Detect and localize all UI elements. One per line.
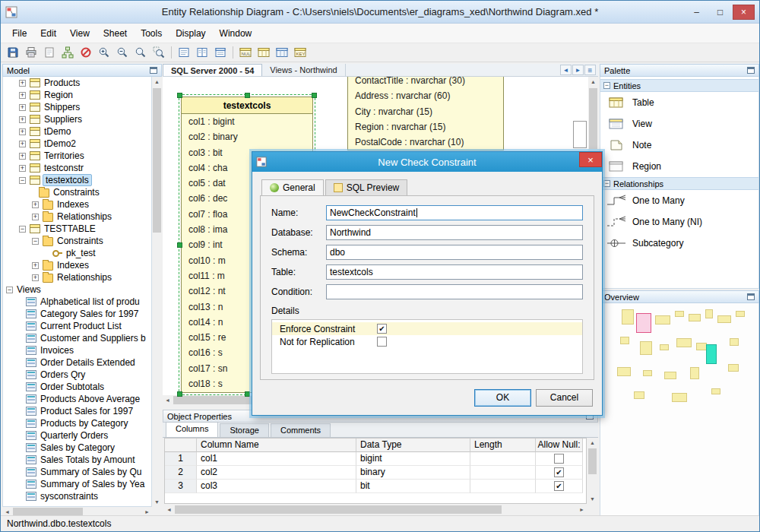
expand-icon[interactable]: +	[19, 104, 26, 111]
resize-handle[interactable]	[177, 242, 182, 248]
dialog-titlebar[interactable]: New Check Constraint	[252, 152, 602, 172]
scroll-thumb[interactable]	[153, 88, 161, 233]
scroll-thumb[interactable]	[589, 88, 597, 149]
float-panel-icon[interactable]	[747, 293, 755, 300]
float-panel-icon[interactable]	[150, 67, 157, 74]
entity-partial[interactable]: ContactTitle : nvarchar (30)Address : nv…	[347, 77, 504, 150]
dialog-tab-general[interactable]: General	[261, 179, 324, 195]
grid-vertical-scrollbar[interactable]: ▲ ▼	[587, 438, 597, 504]
tree-item-alphabetical-list-of-produ[interactable]: Alphabetical list of produ	[3, 296, 151, 308]
hide-object-button[interactable]	[78, 45, 94, 61]
resize-handle[interactable]	[312, 93, 317, 98]
resize-handle[interactable]	[245, 391, 250, 397]
save-button[interactable]	[5, 45, 21, 61]
tab-storage[interactable]: Storage	[220, 423, 269, 437]
scroll-up-button[interactable]: ▲	[588, 77, 598, 87]
tree-item-territories[interactable]: +Territories	[3, 150, 151, 162]
tree-item-tdemo[interactable]: +tDemo	[3, 125, 151, 138]
cell-length[interactable]	[470, 480, 536, 493]
tree-item-sales-by-category[interactable]: Sales by Category	[3, 442, 151, 454]
collapse-icon[interactable]: −	[603, 82, 610, 89]
menu-tools[interactable]: Tools	[134, 25, 169, 42]
entity-column[interactable]: Address : nvarchar (60)	[348, 88, 503, 103]
expand-icon[interactable]: +	[19, 128, 26, 135]
sheet-list-button[interactable]: ≡	[584, 65, 596, 75]
cell-length[interactable]	[470, 466, 536, 480]
expand-icon[interactable]: +	[19, 165, 26, 172]
expand-icon[interactable]: +	[19, 153, 26, 160]
expand-icon[interactable]: +	[32, 214, 39, 220]
next-sheet-button[interactable]: ►	[572, 65, 584, 75]
overview-minimap[interactable]	[600, 303, 759, 517]
tree-item-products-by-category[interactable]: Products by Category	[3, 417, 151, 429]
scroll-right-button[interactable]: ►	[577, 505, 587, 515]
tree-item-products-above-average[interactable]: Products Above Average	[3, 393, 151, 405]
entity-column[interactable]: Region : nvarchar (15)	[348, 119, 503, 135]
expand-icon[interactable]: +	[32, 274, 39, 281]
palette-section-entities[interactable]: −Entities	[600, 79, 758, 92]
collapse-icon[interactable]: −	[603, 180, 610, 187]
expand-icon[interactable]: +	[19, 141, 26, 147]
menu-window[interactable]: Window	[213, 25, 259, 42]
expand-icon[interactable]: +	[19, 92, 26, 99]
entity-column[interactable]: City : nvarchar (15)	[348, 104, 503, 119]
field-input-name[interactable]: NewCheckConstraint	[326, 205, 583, 220]
field-input-table[interactable]: testextcols	[326, 264, 583, 280]
collapse-icon[interactable]: −	[19, 226, 26, 233]
grid-header-data-type[interactable]: Data Type	[356, 439, 470, 452]
row-number[interactable]: 3	[165, 480, 197, 493]
tree-item-order-subtotals[interactable]: Order Subtotals	[3, 381, 151, 393]
entity-column[interactable]: ContactTitle : nvarchar (30)	[348, 77, 503, 88]
cancel-button[interactable]: Cancel	[536, 389, 593, 407]
scroll-up-button[interactable]: ▲	[587, 438, 597, 448]
expand-icon[interactable]: +	[32, 262, 39, 269]
resize-handle[interactable]	[177, 391, 182, 397]
new-sheet-button[interactable]	[41, 45, 58, 61]
palette-item-view[interactable]: View	[600, 113, 758, 135]
close-button[interactable]: ×	[733, 5, 755, 20]
sheet-tab-sql-server-2000-54[interactable]: SQL Server 2000 - 54	[163, 64, 262, 76]
table-row[interactable]: 3col3bit✔	[165, 480, 586, 493]
menu-display[interactable]: Display	[169, 25, 212, 42]
tree-item-relationships[interactable]: +Relationships	[3, 271, 151, 283]
print-button[interactable]	[23, 45, 40, 61]
palette-item-region[interactable]: Region	[600, 156, 758, 177]
palette-item-one-to-many[interactable]: One to Many	[600, 190, 758, 211]
grid-horizontal-scrollbar[interactable]: ◄ ►	[164, 505, 587, 515]
menu-view[interactable]: View	[63, 25, 97, 42]
tree-item-constraints[interactable]: Constraints	[3, 186, 151, 198]
row-number[interactable]: 1	[165, 452, 197, 466]
scroll-up-button[interactable]: ▲	[152, 77, 162, 87]
sheet-tab-views-northwind[interactable]: Views - Northwind	[262, 64, 345, 76]
palette-item-subcategory[interactable]: Subcategory	[600, 233, 758, 254]
tree-item-current-product-list[interactable]: Current Product List	[3, 320, 151, 332]
cell-length[interactable]	[470, 452, 536, 466]
entity-column[interactable]: PostalCode : nvarchar (10)	[348, 135, 503, 150]
dialog-close-button[interactable]: ×	[579, 152, 602, 167]
zoom-out-button[interactable]	[114, 45, 131, 61]
model-tree-vertical-scrollbar[interactable]: ▲ ▼	[152, 77, 162, 507]
row-number[interactable]: 2	[165, 466, 197, 480]
palette-item-table[interactable]: Table	[600, 92, 758, 113]
zoom-actual-button[interactable]	[132, 45, 149, 61]
tree-item-orders-qry[interactable]: Orders Qry	[3, 369, 151, 381]
table-row[interactable]: 2col2binary✔	[165, 466, 586, 480]
grid-header-column-name[interactable]: Column Name	[197, 439, 356, 452]
option-checkbox[interactable]: ✔	[377, 324, 387, 334]
expand-icon[interactable]: +	[19, 116, 26, 123]
resize-handle[interactable]	[177, 93, 182, 98]
table-null-button[interactable]: NUL	[237, 45, 254, 61]
palette-item-one-to-many-ni[interactable]: One to Many (NI)	[600, 211, 758, 233]
tab-columns[interactable]: Columns	[166, 422, 218, 437]
tree-item-indexes[interactable]: +Indexes	[3, 198, 151, 211]
tree-item-testextcols[interactable]: −testextcols	[3, 174, 151, 186]
allow-null-checkbox[interactable]: ✔	[554, 481, 564, 491]
menu-file[interactable]: File	[5, 25, 33, 42]
collapse-icon[interactable]: −	[19, 177, 26, 184]
cell-data-type[interactable]: bit	[356, 480, 470, 493]
tree-item-testconstr[interactable]: +testconstr	[3, 162, 151, 174]
entity-column[interactable]: col1 : bigint	[182, 114, 312, 129]
tab-comments[interactable]: Comments	[271, 423, 331, 437]
tree-item-constraints[interactable]: −Constraints	[3, 235, 151, 247]
table-columns-button[interactable]	[255, 45, 272, 61]
